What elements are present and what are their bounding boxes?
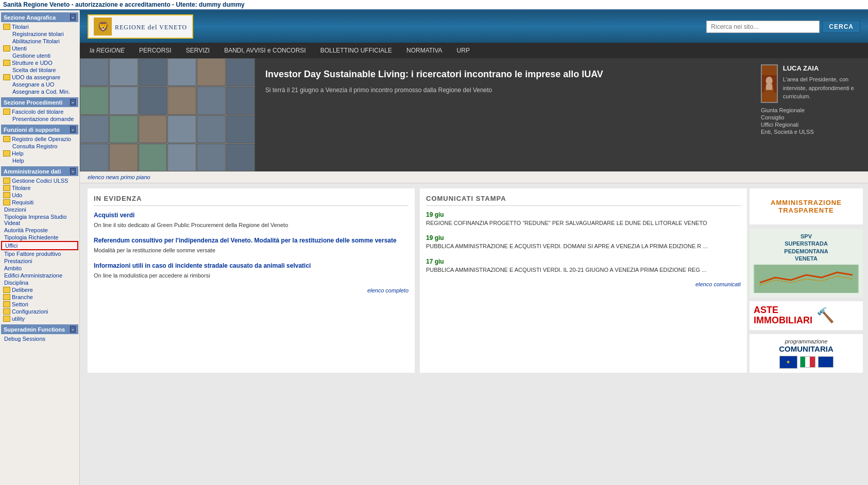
- sidebar-item-tipo-fattore[interactable]: Tipo Fattore produttivo: [1, 250, 78, 257]
- amm-trasparente-label[interactable]: AMMINISTRAZIONE TRASPARENTE: [755, 194, 858, 219]
- nav-item-percorsi[interactable]: PERCORSI: [132, 43, 179, 58]
- sidebar-item-fascicolo[interactable]: Fascicolo del titolare: [1, 108, 78, 115]
- sidebar-item-delibere[interactable]: Delibere: [1, 286, 78, 293]
- logo-box: 🦁 REGIONE del VENETO: [88, 14, 193, 39]
- section-header-procedimenti[interactable]: Sezione Procedimenti -: [1, 97, 78, 107]
- collage-cell: [226, 86, 255, 114]
- search-input[interactable]: [706, 21, 820, 33]
- sidebar-item-scelta-titolare[interactable]: Scelta del titolare: [1, 66, 78, 74]
- sidebar-item-uffici[interactable]: Uffici: [1, 241, 78, 250]
- section-header-superadmin[interactable]: Superadmin Functions -: [1, 324, 78, 334]
- in-evidenza-header: IN EVIDENZA: [94, 195, 409, 206]
- sidebar-item-settori[interactable]: Settori: [1, 301, 78, 308]
- cs-item-3: 17 giu PUBBLICA AMMINISTRAZIONE E ACQUIS…: [426, 258, 741, 274]
- nav-item-bandi[interactable]: BANDI, AVVISI e CONCORSI: [217, 43, 313, 58]
- sidebar-item-disciplina[interactable]: Disciplina: [1, 279, 78, 286]
- sidebar-item-udo-assegnare[interactable]: UDO da assegnare: [1, 74, 78, 81]
- collapse-superadmin[interactable]: -: [70, 326, 76, 333]
- news-item-referendum: Referendum consultivo per l'indipendenza…: [94, 236, 409, 254]
- sidebar-item-presentazione-domande[interactable]: Presentazione domande: [1, 115, 78, 123]
- sidebar-item-abilitazione-titolari[interactable]: Abilitazione Titolari: [1, 38, 78, 45]
- sidebar-item-requisiti[interactable]: Requisiti: [1, 199, 78, 206]
- sidebar-item-gestione-codici[interactable]: Gestione Codici ULSS: [1, 177, 78, 184]
- elenco-comunicati-link[interactable]: elenco comunicati: [426, 281, 741, 287]
- nav-item-la-regione[interactable]: la REGIONE: [82, 43, 132, 58]
- sidebar-item-gestione-utenti[interactable]: Gestione utenti: [1, 52, 78, 59]
- section-header-anagrafica[interactable]: Sezione Anagrafica -: [1, 12, 78, 22]
- news-item-acquisti: Acquisti verdi On line il sito dedicato …: [94, 211, 409, 229]
- person-link-enti[interactable]: Enti, Società e ULSS: [761, 129, 814, 135]
- news-body-acquisti: On line il sito dedicato al Green Public…: [94, 221, 409, 229]
- sidebar-item-debug-sessions[interactable]: Debug Sessions: [1, 335, 78, 342]
- sidebar-item-utenti[interactable]: Utenti: [1, 45, 78, 52]
- nav-item-servizi[interactable]: SERVIZI: [179, 43, 217, 58]
- collapse-amm-dati[interactable]: -: [70, 168, 76, 175]
- folder-icon-registro: [3, 136, 10, 142]
- news-body-referendum: Modalità per la restituzione delle somme…: [94, 247, 409, 254]
- hero-collage: [80, 58, 255, 171]
- person-link-giunta[interactable]: Giunta Regionale: [761, 107, 814, 113]
- cs-text-3[interactable]: PUBBLICA AMMINISTRAZIONE E ACQUISTI VERD…: [426, 266, 741, 274]
- folder-icon-titolare: [3, 185, 10, 191]
- sidebar-item-help[interactable]: Help: [1, 150, 78, 157]
- sidebar-item-registrazione-titolari[interactable]: Registrazione titolari: [1, 30, 78, 38]
- sidebar-item-tipologia-richiedente[interactable]: Tipologia Richiedente: [1, 234, 78, 241]
- cs-text-1[interactable]: REGIONE COFINANZIA PROGETTO "REDUNE" PER…: [426, 219, 741, 227]
- hammer-icon: 🔨: [816, 307, 835, 324]
- sidebar-item-configurazioni[interactable]: Configurazioni: [1, 308, 78, 315]
- spv-map-image: [754, 265, 859, 293]
- sidebar-item-prestazioni[interactable]: Prestazioni: [1, 257, 78, 265]
- collage-cell: [80, 115, 109, 143]
- prog-title-text: COMUNITARIA: [754, 344, 859, 353]
- sidebar-item-titolare[interactable]: Titolare: [1, 184, 78, 192]
- person-link-consiglio[interactable]: Consiglio: [761, 114, 814, 120]
- cs-date-1: 19 giu: [426, 211, 741, 218]
- sidebar-item-assegnare-uo[interactable]: Assegnare a UO: [1, 81, 78, 88]
- sidebar-item-assegnare-cod[interactable]: Assegnare a Cod. Min.: [1, 88, 78, 95]
- header-banner: 🦁 REGIONE del VENETO CERCA: [80, 10, 868, 43]
- collapse-anagrafica[interactable]: -: [70, 14, 76, 21]
- cs-text-2[interactable]: PUBBLICA AMMINISTRAZIONE E ACQUISTI VERD…: [426, 242, 741, 250]
- section-funzioni-supporto: Funzioni di supporto - Registro delle Op…: [1, 125, 78, 164]
- nav-item-urp[interactable]: URP: [450, 43, 477, 58]
- collage-cell: [139, 144, 167, 171]
- news-primo-piano-link[interactable]: elenco news primo piano: [88, 174, 150, 180]
- collapse-procedimenti[interactable]: -: [70, 99, 76, 106]
- collapse-funzioni[interactable]: -: [70, 126, 76, 133]
- sidebar-item-utility[interactable]: utility: [1, 315, 78, 322]
- sidebar-item-tipologia-impresa[interactable]: Tipologia Impresa Studio Videat: [1, 213, 78, 227]
- sidebar-item-titolari[interactable]: Titolari: [1, 23, 78, 30]
- sidebar-item-direzioni[interactable]: Direzioni: [1, 206, 78, 213]
- aste-banner[interactable]: ASTE IMMOBILIARI 🔨: [750, 301, 863, 330]
- news-title-referendum[interactable]: Referendum consultivo per l'indipendenza…: [94, 236, 409, 245]
- collage-cell: [139, 86, 167, 114]
- person-link-uffici[interactable]: Uffici Regionali: [761, 122, 814, 128]
- programmazione-banner[interactable]: programmazione COMUNITARIA ★: [750, 334, 863, 373]
- folder-icon-titolari: [3, 24, 10, 30]
- search-button[interactable]: CERCA: [822, 21, 860, 33]
- collage-cell: [109, 144, 138, 171]
- sidebar-item-registro[interactable]: Registro delle Operazio: [1, 135, 78, 143]
- nav-item-bollettino[interactable]: BOLLETTINO UFFICIALE: [313, 43, 399, 58]
- nav-item-normativa[interactable]: NORMATIVA: [399, 43, 450, 58]
- col-in-evidenza: IN EVIDENZA Acquisti verdi On line il si…: [88, 188, 415, 373]
- sidebar-item-ambito[interactable]: Ambito: [1, 265, 78, 272]
- sidebar-item-udo[interactable]: Udo: [1, 192, 78, 199]
- sidebar-item-branche[interactable]: Branche: [1, 293, 78, 301]
- collage-cell: [139, 58, 167, 86]
- spv-banner[interactable]: SPV SUPERSTRADA PEDEMONTANA VENETA: [750, 229, 863, 297]
- folder-icon-settori: [3, 301, 10, 307]
- collage-cell: [226, 58, 255, 86]
- section-header-funzioni[interactable]: Funzioni di supporto -: [1, 125, 78, 134]
- sidebar-item-help-sub[interactable]: Help: [1, 157, 78, 164]
- sidebar-item-autorita[interactable]: Autorità Preposte: [1, 227, 78, 234]
- sidebar-item-consulta-registro[interactable]: Consulta Registro: [1, 143, 78, 150]
- elenco-completo-link[interactable]: elenco completo: [94, 287, 409, 293]
- news-title-incidente[interactable]: Informazioni utili in caso di incidente …: [94, 262, 409, 270]
- section-header-amm-dati[interactable]: Amministrazione dati -: [1, 166, 78, 176]
- sidebar-item-edifici[interactable]: Edifici Amministrazione: [1, 272, 78, 279]
- sidebar-item-strutture-udo[interactable]: Strutture e UDO: [1, 59, 78, 66]
- news-title-acquisti[interactable]: Acquisti verdi: [94, 211, 409, 220]
- cs-item-2: 19 giu PUBBLICA AMMINISTRAZIONE E ACQUIS…: [426, 234, 741, 250]
- person-links: Giunta Regionale Consiglio Uffici Region…: [761, 107, 814, 135]
